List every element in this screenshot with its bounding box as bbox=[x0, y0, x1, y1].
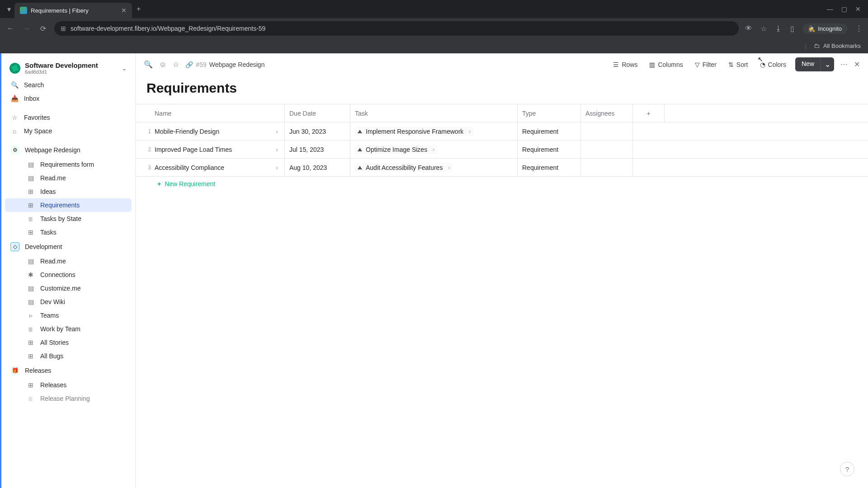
cell-name[interactable]: 3 Accessibility Compliance › bbox=[136, 159, 285, 176]
header-type[interactable]: Type bbox=[518, 104, 581, 122]
help-button[interactable]: ? bbox=[840, 462, 854, 476]
chevron-right-icon[interactable]: › bbox=[469, 128, 471, 135]
eye-off-icon[interactable]: 👁 bbox=[745, 24, 752, 33]
chevron-right-icon[interactable]: › bbox=[433, 146, 434, 153]
view-toolbar: 🔍 ☺ ☆ 🔗 #59 Webpage Redesign ☰Rows ▥Colu… bbox=[136, 53, 868, 76]
table-row[interactable]: 1 Mobile-Friendly Design › Jun 30, 2023 … bbox=[136, 122, 868, 141]
header-due[interactable]: Due Date bbox=[285, 104, 350, 122]
colors-button[interactable]: ◔Colors bbox=[757, 59, 789, 70]
star-icon[interactable]: ☆ bbox=[173, 60, 179, 69]
cell-assignees[interactable] bbox=[581, 159, 633, 176]
new-dropdown[interactable]: ⌄ bbox=[821, 57, 834, 71]
task-chip[interactable]: Implement Responsive Framework › bbox=[355, 127, 473, 136]
site-info-icon[interactable]: ⊞ bbox=[61, 25, 66, 32]
active-tab[interactable]: Requirements | Fibery ✕ bbox=[14, 3, 132, 18]
close-tab-icon[interactable]: ✕ bbox=[121, 7, 127, 14]
back-button[interactable]: ← bbox=[5, 24, 15, 33]
filter-button[interactable]: ▽Filter bbox=[692, 59, 719, 70]
side-panel-icon[interactable]: ▯ bbox=[790, 24, 794, 33]
cell-due[interactable]: Jun 30, 2023 bbox=[285, 122, 350, 140]
add-column-button[interactable]: + bbox=[633, 104, 665, 122]
url-input[interactable]: ⊞ software-development.fibery.io/Webpage… bbox=[54, 21, 739, 36]
sidebar-space-releases[interactable]: 🎁Releases bbox=[5, 363, 132, 378]
downloads-icon[interactable]: ⭳ bbox=[775, 24, 782, 33]
sidebar-item-dev-wiki[interactable]: ▤Dev Wiki bbox=[5, 295, 132, 309]
bookmark-star-icon[interactable]: ☆ bbox=[760, 24, 767, 33]
sidebar-item-tasks-by-state[interactable]: ⫼Tasks by State bbox=[5, 212, 132, 225]
sidebar-item-readme[interactable]: ▤Read.me bbox=[5, 171, 132, 185]
url-text: software-development.fibery.io/Webpage_R… bbox=[71, 25, 265, 32]
close-window-icon[interactable]: ✕ bbox=[855, 5, 861, 13]
cell-task[interactable]: Optimize Image Sizes › bbox=[350, 141, 518, 158]
sidebar-item-teams[interactable]: ▹Teams bbox=[5, 309, 132, 322]
chevron-right-icon[interactable]: › bbox=[274, 164, 280, 171]
new-requirement-button[interactable]: + New Requirement bbox=[136, 177, 868, 191]
columns-button[interactable]: ▥Columns bbox=[646, 59, 685, 70]
chevron-right-icon[interactable]: › bbox=[274, 146, 280, 153]
cell-type[interactable]: Requirement bbox=[518, 159, 581, 176]
table-row[interactable]: 2 Improved Page Load Times › Jul 15, 202… bbox=[136, 141, 868, 159]
all-bookmarks-link[interactable]: All Bookmarks bbox=[823, 42, 861, 49]
table-row[interactable]: 3 Accessibility Compliance › Aug 10, 202… bbox=[136, 159, 868, 177]
sidebar-inbox[interactable]: 📥Inbox bbox=[5, 92, 132, 105]
cell-name[interactable]: 2 Improved Page Load Times › bbox=[136, 141, 285, 158]
maximize-icon[interactable]: ▢ bbox=[841, 5, 847, 13]
incognito-badge[interactable]: 🕵 Incognito bbox=[802, 23, 847, 34]
forward-button[interactable]: → bbox=[22, 24, 32, 33]
cell-type[interactable]: Requirement bbox=[518, 141, 581, 158]
sidebar-item-requirements[interactable]: ⊞Requirements bbox=[5, 198, 132, 212]
cell-name[interactable]: 1 Mobile-Friendly Design › bbox=[136, 122, 285, 140]
cell-assignees[interactable] bbox=[581, 141, 633, 158]
task-chip[interactable]: Optimize Image Sizes › bbox=[355, 145, 437, 154]
workspace-icon bbox=[9, 63, 20, 74]
more-icon[interactable]: ⋯ bbox=[840, 60, 848, 69]
sidebar-item-label: Search bbox=[24, 81, 44, 89]
header-assignees[interactable]: Assignees bbox=[581, 104, 633, 122]
sidebar-item-releases[interactable]: ⊞Releases bbox=[5, 378, 132, 392]
cell-task[interactable]: Audit Accessibility Features › bbox=[350, 159, 518, 176]
new-button[interactable]: New bbox=[795, 57, 821, 71]
sidebar-search[interactable]: 🔍Search bbox=[5, 78, 132, 92]
emoji-icon[interactable]: ☺ bbox=[159, 61, 166, 69]
sidebar-my-space[interactable]: ⌂My Space bbox=[5, 124, 132, 138]
sidebar-item-release-planning[interactable]: ⫼Release Planning bbox=[5, 392, 132, 405]
sidebar-item-dev-readme[interactable]: ▤Read.me bbox=[5, 254, 132, 268]
sidebar-item-customize[interactable]: ▤Customize.me bbox=[5, 282, 132, 295]
filter-icon: ▽ bbox=[695, 61, 700, 68]
cell-task[interactable]: Implement Responsive Framework › bbox=[350, 122, 518, 140]
sidebar-item-connections[interactable]: ✱Connections bbox=[5, 268, 132, 282]
chevron-right-icon[interactable]: › bbox=[274, 128, 280, 135]
chevron-right-icon[interactable]: › bbox=[448, 164, 450, 171]
cell-type[interactable]: Requirement bbox=[518, 122, 581, 140]
cell-assignees[interactable] bbox=[581, 122, 633, 140]
sort-button[interactable]: ⇅Sort bbox=[726, 59, 751, 70]
reload-button[interactable]: ⟳ bbox=[38, 24, 48, 33]
search-icon[interactable]: 🔍 bbox=[144, 60, 153, 69]
rows-button[interactable]: ☰Rows bbox=[610, 59, 640, 70]
minimize-icon[interactable]: — bbox=[827, 5, 833, 13]
sidebar-space-development[interactable]: ◇Development bbox=[5, 239, 132, 254]
sidebar-item-requirements-form[interactable]: ▤Requirements form bbox=[5, 158, 132, 171]
cell-due[interactable]: Jul 15, 2023 bbox=[285, 141, 350, 158]
sidebar-item-tasks[interactable]: ⊞Tasks bbox=[5, 225, 132, 239]
sidebar-space-webpage-redesign[interactable]: ⚙Webpage Redesign bbox=[5, 142, 132, 158]
new-tab-button[interactable]: + bbox=[132, 3, 145, 15]
close-icon[interactable]: ✕ bbox=[854, 60, 860, 69]
header-name[interactable]: Name bbox=[136, 104, 285, 122]
sidebar-favorites[interactable]: ☆Favorites bbox=[5, 111, 132, 124]
chrome-menu-icon[interactable]: ⋮ bbox=[855, 24, 863, 33]
workspace-switcher[interactable]: Software Development 6ad8d3d1 ⌄ bbox=[5, 58, 132, 78]
sidebar-item-ideas[interactable]: ⊞Ideas bbox=[5, 185, 132, 198]
header-task[interactable]: Task bbox=[350, 104, 518, 122]
breadcrumb[interactable]: 🔗 #59 Webpage Redesign bbox=[185, 61, 264, 68]
sidebar-item-label: Customize.me bbox=[40, 285, 80, 292]
sidebar-item-all-stories[interactable]: ⊞All Stories bbox=[5, 336, 132, 349]
cell-due[interactable]: Aug 10, 2023 bbox=[285, 159, 350, 176]
chevron-down-icon[interactable]: ⌄ bbox=[122, 65, 127, 72]
sidebar-item-work-by-team[interactable]: ⫼Work by Team bbox=[5, 322, 132, 336]
sidebar-item-all-bugs[interactable]: ⊞All Bugs bbox=[5, 349, 132, 363]
tab-search-dropdown[interactable]: ▾ bbox=[4, 3, 14, 15]
sidebar-item-label: Favorites bbox=[24, 114, 50, 121]
task-chip[interactable]: Audit Accessibility Features › bbox=[355, 163, 453, 172]
sidebar-item-label: All Bugs bbox=[40, 352, 63, 360]
